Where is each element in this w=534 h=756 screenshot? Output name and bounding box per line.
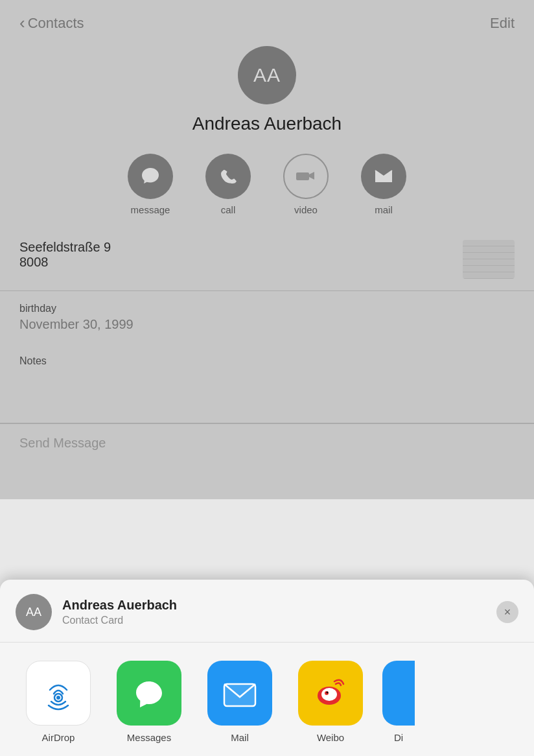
share-contact-sub: Contact Card <box>62 615 496 626</box>
partial-label: Di <box>394 732 403 743</box>
weibo-svg <box>310 672 351 714</box>
airdrop-svg <box>38 673 78 713</box>
share-app-mail[interactable]: Mail <box>194 661 285 743</box>
svg-point-5 <box>321 688 337 701</box>
share-apps-row: AirDrop Messages Mail <box>0 643 534 756</box>
mail-svg <box>219 672 261 714</box>
overlay <box>0 0 534 499</box>
airdrop-icon[interactable] <box>26 661 91 726</box>
weibo-label: Weibo <box>317 732 344 743</box>
share-sheet: AA Andreas Auerbach Contact Card × AirDr… <box>0 580 534 756</box>
messages-label: Messages <box>127 732 171 743</box>
share-contact-info: Andreas Auerbach Contact Card <box>62 598 496 626</box>
mail-app-label: Mail <box>231 732 249 743</box>
messages-icon[interactable] <box>117 661 181 726</box>
partial-icon[interactable] <box>382 661 415 726</box>
share-contact-name: Andreas Auerbach <box>62 598 496 613</box>
airdrop-label: AirDrop <box>42 732 75 743</box>
svg-point-1 <box>56 696 60 700</box>
svg-point-7 <box>327 692 329 694</box>
share-app-partial[interactable]: Di <box>376 661 421 743</box>
weibo-icon[interactable] <box>298 661 363 726</box>
messages-svg <box>130 674 168 713</box>
share-close-button[interactable]: × <box>496 601 518 623</box>
mail-app-icon[interactable] <box>207 661 272 726</box>
share-app-airdrop[interactable]: AirDrop <box>13 661 104 743</box>
share-avatar: AA <box>16 594 52 630</box>
share-app-weibo[interactable]: Weibo <box>285 661 376 743</box>
share-header: AA Andreas Auerbach Contact Card × <box>0 580 534 643</box>
share-app-messages[interactable]: Messages <box>104 661 194 743</box>
